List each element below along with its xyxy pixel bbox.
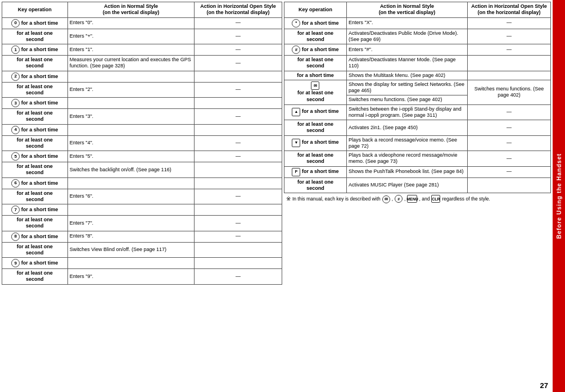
key-hash-atleast-label: for at least onesecond — [297, 57, 333, 69]
footnote-icon3: MENU — [407, 195, 417, 203]
table-row: for at least onesecond Enters "7". — — [2, 216, 282, 231]
key-pt-atleast-op: for at least onesecond — [284, 177, 346, 193]
table-row: for at least onesecond Plays back a vide… — [284, 151, 550, 167]
key-up-atleast-action: Activates 2in1. (See page 450) — [346, 120, 467, 136]
key-4-atleast-op: for at least onesecond — [2, 135, 68, 151]
key-voice-short-horiz: — — [467, 135, 550, 151]
table-row: ✉ for at least onesecond Shows the displ… — [284, 80, 550, 95]
key-7-short-label: for a short time — [21, 207, 58, 212]
key-mail-atleast-action-top: Shows the display for setting Select Net… — [346, 80, 467, 95]
left-header-normal: Action in Normal Style(on the vertical d… — [67, 2, 195, 18]
left-table-wrapper: Key operation Action in Normal Style(on … — [2, 2, 282, 381]
key-3-short-label: for a short time — [21, 100, 58, 106]
key-9-atleast-horiz: — — [195, 269, 282, 285]
key-4-short-op: 4 for a short time — [2, 124, 68, 135]
key-0-short-label: for a short time — [21, 20, 58, 25]
content-area: Key operation Action in Normal Style(on … — [0, 0, 553, 392]
key-2-atleast-op: for at least onesecond — [2, 82, 68, 98]
key-7-atleast-action: Enters "7". — [67, 216, 195, 231]
right-table-wrapper: Key operation Action in Normal Style(on … — [284, 2, 551, 381]
table-row: P for a short time Shows the PushTalk Ph… — [284, 166, 550, 177]
table-row: * for a short time Enters "X". — — [284, 17, 550, 29]
key-up-short-label: for a short time — [302, 108, 339, 114]
key-voice-atleast-action: Plays back a videophone record message/m… — [346, 151, 467, 167]
key-7-short-op: 7 for a short time — [2, 204, 68, 216]
key-9-atleast-action: Enters "9". — [67, 269, 195, 285]
key-2-short-horiz — [195, 71, 282, 82]
table-row: for at least onesecond Enters "2". — — [2, 82, 282, 98]
key-6-atleast-label: for at least onesecond — [17, 190, 53, 202]
key-6-short-op: 6 for a short time — [2, 177, 68, 189]
key-7-atleast-horiz: — — [195, 216, 282, 231]
table-row: for at least onesecond Activates/Deactiv… — [284, 56, 550, 71]
table-row: for at least onesecond Switches View Bli… — [2, 242, 282, 258]
key-8-atleast-action: Switches View Blind on/off. (See page 11… — [67, 242, 195, 258]
key-up-atleast-horiz: — — [467, 120, 550, 136]
left-table: Key operation Action in Normal Style(on … — [2, 2, 282, 285]
key-2-short-label: for a short time — [21, 73, 58, 79]
key-6-icon: 6 — [11, 179, 20, 188]
key-9-atleast-op: for at least onesecond — [2, 269, 68, 285]
table-row: 7 for a short time — [2, 204, 282, 216]
key-3-atleast-op: for at least onesecond — [2, 109, 68, 125]
key-3-atleast-action: Enters "3". — [67, 109, 195, 125]
key-2-icon: 2 — [11, 72, 20, 81]
key-4-atleast-horiz: — — [195, 135, 282, 151]
key-6-atleast-horiz: — — [195, 189, 282, 204]
key-8-atleast-op: for at least onesecond — [2, 242, 68, 258]
key-mail-icon: ✉ — [311, 81, 319, 90]
tables-container: Key operation Action in Normal Style(on … — [2, 2, 551, 381]
key-1-short-op: 1 for a short time — [2, 44, 68, 56]
key-0-atleast-label: for at least onesecond — [17, 30, 53, 42]
key-up-short-horiz: — — [467, 104, 550, 120]
footnote-symbol: ※ — [286, 195, 291, 202]
left-header-key-op: Key operation — [2, 2, 68, 18]
key-1-atleast-horiz: — — [195, 56, 282, 71]
key-0-atleast-horiz: — — [195, 29, 282, 44]
key-0-icon: 0 — [11, 19, 20, 28]
key-pt-short-horiz: — — [467, 166, 550, 177]
key-5-icon: 5 — [11, 152, 20, 161]
footnote-text1: In this manual, each key is described wi… — [292, 196, 381, 202]
key-1-short-label: for a short time — [21, 47, 58, 52]
key-1-atleast-action: Measures your current location and execu… — [67, 56, 195, 71]
key-hash-short-op: # for a short time — [284, 44, 346, 56]
table-row: 9 for a short time — [2, 258, 282, 269]
sidebar-label: Before Using the Handset — [555, 153, 562, 239]
key-hash-atleast-op: for at least onesecond — [284, 56, 346, 71]
key-5-short-action: Enters "5". — [67, 151, 195, 162]
right-header-normal: Action in Normal Style(on the vertical d… — [346, 2, 467, 18]
table-row: 4 for a short time — [2, 124, 282, 135]
table-row: 8 for a short time Enters "8". — — [2, 231, 282, 242]
key-mail-atleast-op: ✉ for at least onesecond — [284, 80, 346, 104]
footer-note: ※ In this manual, each key is described … — [284, 193, 551, 204]
table-row: for a short time Shows the Multitask Men… — [284, 71, 550, 80]
footnote-icon2: # — [395, 195, 403, 203]
table-row: 2 for a short time — [2, 71, 282, 82]
key-star-atleast-label: for at least onesecond — [297, 30, 333, 42]
table-row: for at least onesecond Measures your cur… — [2, 56, 282, 71]
key-9-short-action — [67, 258, 195, 269]
key-hash-atleast-horiz — [467, 56, 550, 71]
footnote-comma2: , — [404, 196, 405, 202]
key-mail-atleast-action-bottom: Switches menu functions. (See page 402) — [346, 95, 467, 104]
key-3-short-op: 3 for a short time — [2, 98, 68, 109]
key-6-short-label: for a short time — [21, 180, 58, 185]
key-mail-short-action: Shows the Multitask Menu. (See page 402) — [346, 71, 467, 80]
key-mail-atleast-horiz: Switches menu functions. (See page 402) — [467, 80, 550, 104]
key-7-short-horiz — [195, 204, 282, 216]
key-4-atleast-action: Enters "4". — [67, 135, 195, 151]
key-3-atleast-horiz: — — [195, 109, 282, 125]
key-9-short-horiz — [195, 258, 282, 269]
key-9-short-label: for a short time — [21, 260, 58, 266]
key-5-atleast-action: Switches the backlight on/off. (See page… — [67, 162, 195, 178]
key-voice-short-action: Plays back a record message/voice memo. … — [346, 135, 467, 151]
key-0-atleast-op: for at least onesecond — [2, 29, 68, 44]
key-pt-atleast-horiz — [467, 177, 550, 193]
key-5-short-horiz: — — [195, 151, 282, 162]
key-up-atleast-op: for at least onesecond — [284, 120, 346, 136]
right-header-key-op: Key operation — [284, 2, 346, 18]
key-hash-short-action: Enters "#". — [346, 44, 467, 56]
right-table: Key operation Action in Normal Style(on … — [284, 2, 551, 193]
key-hash-short-label: for a short time — [302, 47, 339, 52]
